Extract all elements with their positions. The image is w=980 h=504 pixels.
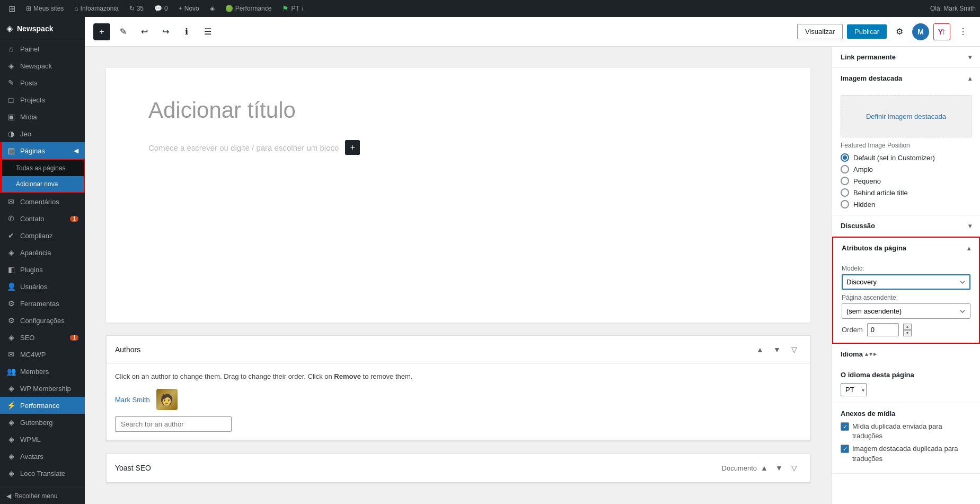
author-search-input[interactable] <box>115 416 232 432</box>
main-editor: + ✎ ↩ ↪ ℹ ☰ Visualizar Public <box>85 17 980 504</box>
imagem-destacada-body: Definir imagem destacada Featured Image … <box>832 89 980 215</box>
editor-body: Adicionar título Comece a escrever ou di… <box>85 47 980 504</box>
sidebar-item-jeo[interactable]: ◑ Jeo <box>0 125 85 142</box>
sidebar-item-paginas[interactable]: ▤ Páginas ◀ <box>0 142 85 159</box>
sidebar-item-configuracoes[interactable]: ⚙ Configurações <box>0 312 85 329</box>
adminbar-my-sites[interactable]: ⊞ Meus sites <box>22 0 68 17</box>
adminbar-wp-logo[interactable]: ⊞ <box>4 0 20 17</box>
atributos-chevron: ▴ <box>967 245 970 252</box>
yoast-up-button[interactable]: ▲ <box>757 460 772 475</box>
sidebar-item-members[interactable]: 👥 Members <box>0 363 85 380</box>
editor-canvas[interactable]: Adicionar título Comece a escrever ou di… <box>85 47 832 504</box>
panel-idioma: Idioma ▴ ▾ ▸ O idioma desta página PT EN <box>832 344 980 403</box>
list-view-button[interactable]: ☰ <box>199 23 216 40</box>
adminbar-pt[interactable]: ⚑ PT ℹ <box>278 0 307 17</box>
adminbar-comments[interactable]: 💬 0 <box>150 0 172 17</box>
order-down[interactable]: ▾ <box>903 330 912 336</box>
newspack-sidebar-icon: ◈ <box>6 62 16 70</box>
set-featured-image-button[interactable]: Definir imagem destacada <box>853 100 959 133</box>
sidebar-item-mc4wp[interactable]: ✉ MC4WP <box>0 346 85 363</box>
editor-paper[interactable]: Adicionar título Comece a escrever ou di… <box>106 68 810 323</box>
sidebar-item-gutenberg[interactable]: ◈ Gutenberg <box>0 414 85 431</box>
sidebar-item-todas-paginas[interactable]: Todas as páginas <box>1 160 84 176</box>
idioma-header-row[interactable]: Idioma ▴ ▾ ▸ <box>832 344 980 364</box>
sidebar-brand[interactable]: ◈ Newspack <box>0 17 85 40</box>
visualizar-button[interactable]: Visualizar <box>797 24 843 39</box>
author-name-link[interactable]: Mark Smith <box>115 396 150 404</box>
parent-select[interactable]: (sem ascendente) <box>842 303 970 319</box>
sidebar-item-comentarios[interactable]: ✉ Comentários <box>0 193 85 210</box>
sidebar-item-contato[interactable]: ✆ Contato 1 <box>0 210 85 227</box>
adminbar-performance[interactable]: 🟢 Performance <box>221 0 276 17</box>
discussao-header[interactable]: Discussão ▾ <box>832 215 980 236</box>
sidebar-item-wpml[interactable]: ◈ WPML <box>0 431 85 448</box>
sidebar-label-midia: Mídia <box>20 113 37 121</box>
undo-button[interactable]: ↩ <box>136 23 153 40</box>
sidebar-item-plugins[interactable]: ◧ Plugins <box>0 261 85 278</box>
link-permanente-header[interactable]: Link permanente ▾ <box>832 47 980 67</box>
checkbox-midia-box[interactable] <box>841 422 849 431</box>
authors-up-button[interactable]: ▲ <box>753 342 767 357</box>
imagem-destacada-header[interactable]: Imagem destacada ▴ <box>832 68 980 89</box>
radio-hidden[interactable]: Hidden <box>841 200 972 208</box>
sidebar-item-seo[interactable]: ◈ SEO 1 <box>0 329 85 346</box>
edit-button[interactable]: ✎ <box>114 23 131 40</box>
sidebar-collapse[interactable]: ◀ Recolher menu <box>0 488 85 504</box>
modelo-select[interactable]: Default Template Discovery Full Width Bl… <box>842 274 970 290</box>
yoast-title: Yoast SEO <box>115 464 718 472</box>
mc4wp-icon: ✉ <box>6 350 16 359</box>
sidebar-label-seo: SEO <box>20 334 34 342</box>
adminbar-updates[interactable]: ↻ 35 <box>125 0 148 17</box>
sidebar-item-adicionar-nova[interactable]: Adicionar nova <box>1 176 84 192</box>
authors-down-button[interactable]: ▼ <box>770 342 784 357</box>
order-input[interactable] <box>867 323 899 336</box>
parent-row: Página ascendente: (sem ascendente) <box>842 294 970 319</box>
info-button[interactable]: ℹ <box>178 23 195 40</box>
sidebar-item-performance[interactable]: ⚡ Performance <box>0 397 85 414</box>
add-block-toolbar-button[interactable]: + <box>93 23 110 40</box>
yoast-down-button[interactable]: ▼ <box>772 460 787 475</box>
sidebar-item-loco-translate[interactable]: ◈ Loco Translate <box>0 465 85 482</box>
author-entry: Mark Smith 🧑 <box>115 389 801 410</box>
atributos-header[interactable]: Atributos da página ▴ <box>833 238 979 258</box>
checkbox-imagem-dup-box[interactable] <box>841 445 849 453</box>
anexos-title: Anexos de mídia <box>841 410 972 418</box>
adminbar-jetpack[interactable]: ◈ <box>206 0 219 17</box>
yoast-button[interactable]: Y | : <box>933 23 950 40</box>
settings-button[interactable]: ⚙ <box>891 23 908 40</box>
radio-default[interactable]: Default (set in Customizer) <box>841 153 972 162</box>
authors-controls: ▲ ▼ ▽ <box>753 342 801 357</box>
sidebar-item-aparencia[interactable]: ◈ Aparência <box>0 244 85 261</box>
authors-title: Authors <box>115 345 753 354</box>
radio-behind[interactable]: Behind article title <box>841 188 972 197</box>
sidebar-item-wp-membership[interactable]: ◈ WP Membership <box>0 380 85 397</box>
more-options-button[interactable]: ⋮ <box>955 23 972 40</box>
adminbar-new[interactable]: + Novo <box>174 0 204 17</box>
panel-imagem-destacada: Imagem destacada ▴ Definir imagem destac… <box>832 68 980 215</box>
wp-icon: ⊞ <box>8 4 15 14</box>
title-placeholder[interactable]: Adicionar título <box>148 98 768 123</box>
sidebar-label-usuarios: Usuários <box>20 283 47 291</box>
sidebar-item-ferramentas[interactable]: ⚙ Ferramentas <box>0 295 85 312</box>
radio-amplo[interactable]: Amplo <box>841 165 972 173</box>
yoast-expand-button[interactable]: ▽ <box>787 460 801 475</box>
inline-add-block-button[interactable]: + <box>345 140 360 155</box>
order-up[interactable]: ▴ <box>903 324 912 330</box>
sidebar-item-usuarios[interactable]: 👤 Usuários <box>0 278 85 295</box>
sidebar-item-painel[interactable]: ⌂ Painel <box>0 40 85 57</box>
adminbar-site-name[interactable]: ⌂ Infoamazonia <box>70 0 122 17</box>
idioma-select[interactable]: PT EN <box>841 383 867 396</box>
complianz-icon: ✔ <box>6 231 16 240</box>
sidebar-item-newspack[interactable]: ◈ Newspack <box>0 57 85 74</box>
sidebar-item-posts[interactable]: ✎ Posts <box>0 74 85 91</box>
redo-button[interactable]: ↪ <box>157 23 174 40</box>
user-avatar[interactable]: M <box>912 23 929 40</box>
sidebar-item-complianz[interactable]: ✔ Complianz <box>0 227 85 244</box>
radio-pequeno[interactable]: Pequeno <box>841 177 972 185</box>
sidebar-item-midia[interactable]: ▣ Mídia <box>0 108 85 125</box>
info-icon: ℹ <box>185 27 188 37</box>
sidebar-item-projects[interactable]: ◻ Projects <box>0 91 85 108</box>
authors-expand-button[interactable]: ▽ <box>787 342 801 357</box>
publicar-button[interactable]: Publicar <box>847 24 887 39</box>
sidebar-item-avatars[interactable]: ◈ Avatars <box>0 448 85 465</box>
